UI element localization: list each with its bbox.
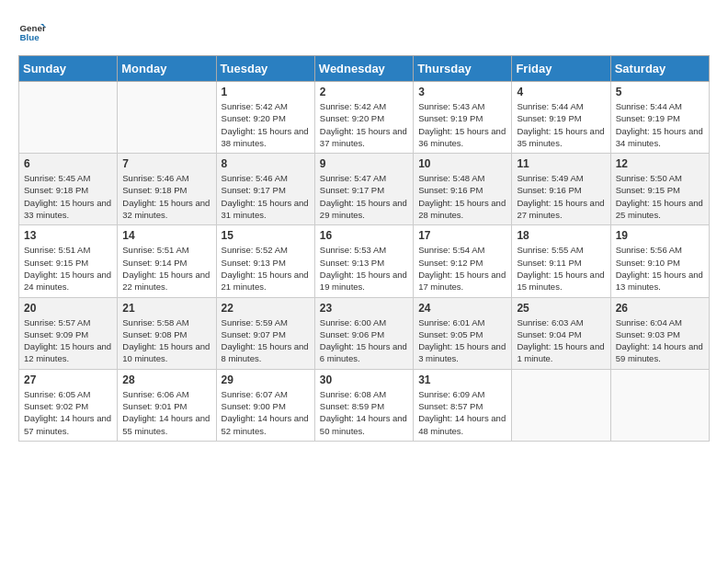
day-number: 4 bbox=[517, 86, 605, 98]
day-info: Sunrise: 6:08 AMSunset: 8:59 PMDaylight:… bbox=[320, 388, 408, 437]
calendar-cell: 7Sunrise: 5:46 AMSunset: 9:18 PMDaylight… bbox=[118, 154, 216, 225]
day-number: 2 bbox=[320, 86, 408, 98]
calendar-cell: 2Sunrise: 5:42 AMSunset: 9:20 PMDaylight… bbox=[314, 82, 413, 154]
day-number: 6 bbox=[24, 157, 112, 170]
calendar-cell: 9Sunrise: 5:47 AMSunset: 9:17 PMDaylight… bbox=[314, 154, 413, 225]
day-number: 23 bbox=[320, 302, 408, 315]
day-number: 21 bbox=[122, 302, 210, 315]
day-number: 26 bbox=[616, 302, 704, 315]
calendar-cell: 4Sunrise: 5:44 AMSunset: 9:19 PMDaylight… bbox=[512, 82, 610, 154]
day-number: 11 bbox=[517, 157, 605, 170]
day-info: Sunrise: 5:42 AMSunset: 9:20 PMDaylight:… bbox=[320, 100, 408, 149]
calendar-cell: 10Sunrise: 5:48 AMSunset: 9:16 PMDayligh… bbox=[414, 154, 512, 225]
day-info: Sunrise: 5:55 AMSunset: 9:11 PMDaylight:… bbox=[517, 244, 605, 293]
calendar-cell: 1Sunrise: 5:42 AMSunset: 9:20 PMDaylight… bbox=[216, 82, 314, 154]
day-number: 18 bbox=[517, 229, 605, 242]
day-info: Sunrise: 5:45 AMSunset: 9:18 PMDaylight:… bbox=[24, 172, 112, 221]
calendar-cell: 30Sunrise: 6:08 AMSunset: 8:59 PMDayligh… bbox=[314, 369, 413, 441]
day-info: Sunrise: 6:04 AMSunset: 9:03 PMDaylight:… bbox=[616, 316, 704, 365]
day-info: Sunrise: 5:43 AMSunset: 9:19 PMDaylight:… bbox=[418, 100, 506, 149]
calendar-cell: 15Sunrise: 5:52 AMSunset: 9:13 PMDayligh… bbox=[216, 225, 314, 297]
day-info: Sunrise: 5:59 AMSunset: 9:07 PMDaylight:… bbox=[222, 316, 310, 365]
day-number: 13 bbox=[24, 229, 112, 242]
day-header-thursday: Thursday bbox=[414, 56, 512, 82]
calendar-cell: 5Sunrise: 5:44 AMSunset: 9:19 PMDaylight… bbox=[610, 82, 709, 154]
day-info: Sunrise: 6:06 AMSunset: 9:01 PMDaylight:… bbox=[122, 388, 210, 437]
day-info: Sunrise: 5:42 AMSunset: 9:20 PMDaylight:… bbox=[222, 100, 310, 149]
day-info: Sunrise: 6:09 AMSunset: 8:57 PMDaylight:… bbox=[418, 388, 506, 437]
calendar-cell: 6Sunrise: 5:45 AMSunset: 9:18 PMDaylight… bbox=[19, 154, 118, 225]
calendar-header-row: SundayMondayTuesdayWednesdayThursdayFrid… bbox=[19, 56, 710, 82]
day-info: Sunrise: 5:56 AMSunset: 9:10 PMDaylight:… bbox=[616, 244, 704, 293]
calendar-cell: 22Sunrise: 5:59 AMSunset: 9:07 PMDayligh… bbox=[216, 297, 314, 369]
calendar-cell: 25Sunrise: 6:03 AMSunset: 9:04 PMDayligh… bbox=[512, 297, 610, 369]
calendar-cell bbox=[19, 82, 118, 154]
day-header-tuesday: Tuesday bbox=[216, 56, 314, 82]
calendar-week-row: 13Sunrise: 5:51 AMSunset: 9:15 PMDayligh… bbox=[19, 225, 710, 297]
day-info: Sunrise: 5:57 AMSunset: 9:09 PMDaylight:… bbox=[24, 316, 112, 365]
day-number: 9 bbox=[320, 157, 408, 170]
calendar-cell: 11Sunrise: 5:49 AMSunset: 9:16 PMDayligh… bbox=[512, 154, 610, 225]
day-info: Sunrise: 5:51 AMSunset: 9:15 PMDaylight:… bbox=[24, 244, 112, 293]
logo-icon: General Blue bbox=[18, 18, 46, 46]
calendar-cell: 23Sunrise: 6:00 AMSunset: 9:06 PMDayligh… bbox=[314, 297, 413, 369]
day-number: 28 bbox=[122, 373, 210, 386]
day-info: Sunrise: 5:52 AMSunset: 9:13 PMDaylight:… bbox=[222, 244, 310, 293]
calendar-cell: 27Sunrise: 6:05 AMSunset: 9:02 PMDayligh… bbox=[19, 369, 118, 441]
calendar-cell: 21Sunrise: 5:58 AMSunset: 9:08 PMDayligh… bbox=[118, 297, 216, 369]
calendar-week-row: 1Sunrise: 5:42 AMSunset: 9:20 PMDaylight… bbox=[19, 82, 710, 154]
svg-text:Blue: Blue bbox=[20, 32, 40, 42]
day-header-wednesday: Wednesday bbox=[314, 56, 413, 82]
day-info: Sunrise: 6:03 AMSunset: 9:04 PMDaylight:… bbox=[517, 316, 605, 365]
calendar-cell: 24Sunrise: 6:01 AMSunset: 9:05 PMDayligh… bbox=[414, 297, 512, 369]
calendar-cell: 26Sunrise: 6:04 AMSunset: 9:03 PMDayligh… bbox=[610, 297, 709, 369]
day-number: 29 bbox=[222, 373, 310, 386]
calendar-cell: 20Sunrise: 5:57 AMSunset: 9:09 PMDayligh… bbox=[19, 297, 118, 369]
day-number: 3 bbox=[418, 86, 506, 98]
calendar-cell: 29Sunrise: 6:07 AMSunset: 9:00 PMDayligh… bbox=[216, 369, 314, 441]
day-info: Sunrise: 6:00 AMSunset: 9:06 PMDaylight:… bbox=[320, 316, 408, 365]
day-number: 30 bbox=[320, 373, 408, 386]
calendar-week-row: 27Sunrise: 6:05 AMSunset: 9:02 PMDayligh… bbox=[19, 369, 710, 441]
calendar-table: SundayMondayTuesdayWednesdayThursdayFrid… bbox=[18, 55, 710, 442]
calendar-cell bbox=[512, 369, 610, 441]
day-info: Sunrise: 5:53 AMSunset: 9:13 PMDaylight:… bbox=[320, 244, 408, 293]
day-header-sunday: Sunday bbox=[19, 56, 118, 82]
day-info: Sunrise: 5:50 AMSunset: 9:15 PMDaylight:… bbox=[616, 172, 704, 221]
day-info: Sunrise: 6:07 AMSunset: 9:00 PMDaylight:… bbox=[222, 388, 310, 437]
day-number: 20 bbox=[24, 302, 112, 315]
day-number: 27 bbox=[24, 373, 112, 386]
logo: General Blue bbox=[18, 18, 46, 46]
calendar-week-row: 20Sunrise: 5:57 AMSunset: 9:09 PMDayligh… bbox=[19, 297, 710, 369]
day-number: 31 bbox=[418, 373, 506, 386]
day-header-friday: Friday bbox=[512, 56, 610, 82]
calendar-week-row: 6Sunrise: 5:45 AMSunset: 9:18 PMDaylight… bbox=[19, 154, 710, 225]
day-number: 19 bbox=[616, 229, 704, 242]
day-number: 10 bbox=[418, 157, 506, 170]
day-number: 8 bbox=[222, 157, 310, 170]
calendar-cell: 31Sunrise: 6:09 AMSunset: 8:57 PMDayligh… bbox=[414, 369, 512, 441]
day-number: 15 bbox=[222, 229, 310, 242]
day-info: Sunrise: 5:58 AMSunset: 9:08 PMDaylight:… bbox=[122, 316, 210, 365]
page-header: General Blue bbox=[18, 18, 710, 46]
day-number: 25 bbox=[517, 302, 605, 315]
day-info: Sunrise: 5:46 AMSunset: 9:17 PMDaylight:… bbox=[222, 172, 310, 221]
calendar-cell: 16Sunrise: 5:53 AMSunset: 9:13 PMDayligh… bbox=[314, 225, 413, 297]
day-info: Sunrise: 5:49 AMSunset: 9:16 PMDaylight:… bbox=[517, 172, 605, 221]
day-number: 17 bbox=[418, 229, 506, 242]
day-header-saturday: Saturday bbox=[610, 56, 709, 82]
calendar-cell: 3Sunrise: 5:43 AMSunset: 9:19 PMDaylight… bbox=[414, 82, 512, 154]
day-info: Sunrise: 5:44 AMSunset: 9:19 PMDaylight:… bbox=[616, 100, 704, 149]
day-number: 12 bbox=[616, 157, 704, 170]
day-info: Sunrise: 6:01 AMSunset: 9:05 PMDaylight:… bbox=[418, 316, 506, 365]
day-info: Sunrise: 5:44 AMSunset: 9:19 PMDaylight:… bbox=[517, 100, 605, 149]
day-info: Sunrise: 5:54 AMSunset: 9:12 PMDaylight:… bbox=[418, 244, 506, 293]
calendar-cell bbox=[610, 369, 709, 441]
calendar-cell: 12Sunrise: 5:50 AMSunset: 9:15 PMDayligh… bbox=[610, 154, 709, 225]
day-info: Sunrise: 5:51 AMSunset: 9:14 PMDaylight:… bbox=[122, 244, 210, 293]
calendar-cell: 17Sunrise: 5:54 AMSunset: 9:12 PMDayligh… bbox=[414, 225, 512, 297]
calendar-cell bbox=[118, 82, 216, 154]
day-info: Sunrise: 5:46 AMSunset: 9:18 PMDaylight:… bbox=[122, 172, 210, 221]
calendar-cell: 14Sunrise: 5:51 AMSunset: 9:14 PMDayligh… bbox=[118, 225, 216, 297]
day-number: 16 bbox=[320, 229, 408, 242]
